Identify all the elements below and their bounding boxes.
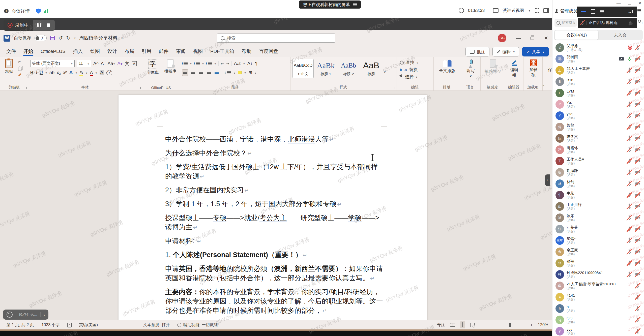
panel-collapse-handle[interactable]: ‹ (545, 174, 550, 186)
doc-paragraph[interactable]: 申请英国，香港等地的院校所必须（澳洲，新西兰不需要）：如果你申请英国和香港院校（… (165, 264, 383, 283)
member-row[interactable]: 陈 陈冬杰 (访客) (552, 133, 644, 144)
tab-布局[interactable]: 布局 (121, 46, 138, 56)
collapse-ribbon-button[interactable]: ⌃ (542, 84, 545, 89)
doc-paragraph[interactable]: 2）非常方便在国内找实习↵ (165, 186, 383, 195)
replace-button[interactable]: b→c替换 (400, 66, 432, 73)
highlight-button[interactable]: ✎ (79, 70, 83, 75)
enclose-characters-button[interactable]: 字 (106, 70, 112, 75)
member-row[interactable]: L LYM (访客) (552, 87, 644, 99)
paragraph-shading-button[interactable] (238, 71, 242, 74)
sensitivity-button[interactable]: 敏感性 ∨ (483, 59, 503, 74)
member-row[interactable]: 牛 牛蕊 (访客) (552, 189, 644, 201)
editor-button[interactable]: 编辑器 (506, 59, 522, 77)
panel-maximize-icon[interactable] (591, 9, 595, 14)
underline-button[interactable]: U (40, 70, 43, 75)
tab-OfficePLUS[interactable]: OfficePLUS (37, 46, 69, 56)
member-row[interactable]: 工 工作人员A (访客) (552, 155, 644, 167)
member-row[interactable]: 汪 汪菲菲 (访客) (552, 223, 644, 235)
format-painter-button[interactable] (18, 73, 21, 76)
add-member-icon[interactable] (637, 20, 642, 24)
style-标题[interactable]: AaB标题 (361, 59, 382, 78)
undo-button[interactable]: ↺ (58, 35, 63, 41)
style-↵正文[interactable]: AaBbCcD↵正文 (292, 59, 314, 78)
panel-menu-icon[interactable] (637, 9, 641, 12)
tab-绘图[interactable]: 绘图 (86, 46, 104, 56)
member-row[interactable]: Y Ye. (访客) (552, 99, 644, 110)
member-row[interactable]: 郭 郭树雨 (访客) (552, 53, 644, 65)
bullet-list-button[interactable] (184, 62, 188, 65)
dictate-button[interactable]: 听写∨ (462, 59, 479, 78)
shrink-font-button[interactable]: Aˇ (101, 61, 105, 66)
member-row[interactable]: 4 4141 (访客) (552, 291, 644, 303)
web-layout-button[interactable] (470, 323, 475, 327)
tab-邮件[interactable]: 邮件 (155, 46, 172, 56)
tab-审阅[interactable]: 审阅 (172, 46, 189, 56)
banner-menu-icon[interactable] (353, 3, 357, 6)
cut-button[interactable]: ✂ (18, 59, 21, 64)
tab-in-meeting[interactable]: 会议中(41) (555, 30, 598, 40)
word-close-button[interactable]: ✕ (544, 36, 548, 41)
member-row[interactable]: 涂 涂乐 (访客) (552, 212, 644, 223)
doc-body[interactable]: 中外合作院校——西浦，宁诺，港中深，北师港浸大等↵为什么选择中外合作院校？↵1）… (165, 135, 383, 320)
tab-插入[interactable]: 插入 (69, 46, 86, 56)
save-icon[interactable] (50, 36, 55, 40)
zoom-in-button[interactable]: + (530, 322, 533, 328)
comments-button[interactable]: 批注 (465, 47, 489, 56)
member-search-box[interactable]: 搜索成员 (554, 19, 577, 27)
member-row[interactable]: 钟 钟成琳220110900841 (访客) (552, 269, 644, 280)
word-count[interactable]: 1023 个字 (41, 322, 60, 328)
font-dialog-launcher[interactable] (138, 87, 141, 89)
chat-placeholder[interactable]: 说点什么... (19, 312, 37, 317)
align-center-button[interactable] (190, 70, 196, 76)
italic-button[interactable]: I (36, 70, 37, 75)
emoji-icon[interactable] (7, 312, 13, 318)
doc-paragraph[interactable]: 1. 个人陈述(Personal Statement)（重要！）↵ (165, 250, 383, 260)
select-button[interactable]: 选择∨ (400, 73, 432, 80)
align-left-button[interactable] (182, 69, 188, 76)
doc-paragraph[interactable]: 主要内容：你的本科的专业背景，学术背景，你的实习/项目/科研经历，你申请该专业的… (165, 287, 383, 316)
member-row[interactable]: 吴 吴泽勇 (主持人, 我) (552, 42, 644, 53)
decrease-indent-button[interactable]: ⇤ (221, 62, 224, 66)
line-spacing-button[interactable]: ↕ (224, 70, 231, 75)
member-row[interactable]: 曾 曾曾 (访客) (552, 121, 644, 133)
fullscreen-icon[interactable] (535, 8, 539, 13)
subscript-button[interactable]: x₂ (57, 70, 61, 75)
panel-layout-icon[interactable] (543, 8, 549, 13)
document-canvas[interactable]: 中外合作院校——西浦，宁诺，港中深，北师港浸大等↵为什么选择中外合作院校？↵1）… (0, 91, 552, 320)
justify-button[interactable] (206, 70, 212, 76)
chat-quick-input[interactable]: 说点什么... ‹ (3, 310, 48, 320)
member-row[interactable]: 余 余王豪 (访客) (552, 246, 644, 257)
clear-formatting-button[interactable]: A◆ (118, 61, 123, 66)
member-row[interactable]: 林 林剑 (访客) (552, 178, 644, 189)
quick-access-chevron-icon[interactable]: ▾ (74, 37, 76, 40)
member-row[interactable]: 星熠 星熠~ (访客) (552, 235, 644, 246)
styles-dialog-launcher[interactable] (392, 87, 395, 89)
proofing-icon[interactable]: ✓ (67, 323, 72, 327)
doc-paragraph[interactable]: 中外合作院校——西浦，宁诺，港中深，北师港浸大等↵ (165, 135, 383, 144)
member-row[interactable]: B B1n (访客) (552, 76, 644, 87)
font-size-select[interactable]: 11∨ (77, 60, 91, 67)
copy-button[interactable] (18, 67, 21, 71)
bold-button[interactable]: B (30, 70, 34, 75)
document-title[interactable]: 周四留学分享材料 (79, 35, 118, 41)
align-right-button[interactable] (198, 70, 204, 76)
word-restore-button[interactable] (531, 37, 534, 40)
doc-paragraph[interactable]: 3）学制 1 年，1.5 年，2 年，短于国内大部分学硕和专硕↵ (165, 199, 383, 209)
panel-dock-icon[interactable]: → (628, 10, 633, 14)
font-name-select[interactable]: 等线 (西文正文)∨ (30, 60, 75, 67)
print-layout-button[interactable] (460, 321, 465, 328)
character-border-button[interactable]: A (132, 61, 137, 66)
member-row[interactable]: 李 21人工智能1班李苗青210110900508 (访客) (552, 280, 644, 291)
multilevel-list-button[interactable] (208, 62, 212, 65)
word-search-box[interactable]: 搜索 (217, 34, 335, 43)
increase-indent-button[interactable]: ⇥ (226, 62, 229, 66)
distribute-button[interactable] (214, 70, 219, 76)
doc-paragraph[interactable]: 申请材料: ↵ (165, 236, 383, 246)
tab-百度网盘[interactable]: 百度网盘 (255, 46, 282, 56)
zoom-slider-handle[interactable] (509, 323, 511, 327)
view-mode-selector[interactable]: 演讲者视图 (503, 8, 524, 13)
tab-开始[interactable]: 开始 (20, 46, 37, 56)
watching-screen-banner[interactable]: 您正在观看郭树雨的屏幕 (299, 1, 361, 9)
text-effects-button[interactable]: A (69, 70, 73, 76)
character-scaling-button[interactable]: A⇄ (234, 61, 241, 66)
